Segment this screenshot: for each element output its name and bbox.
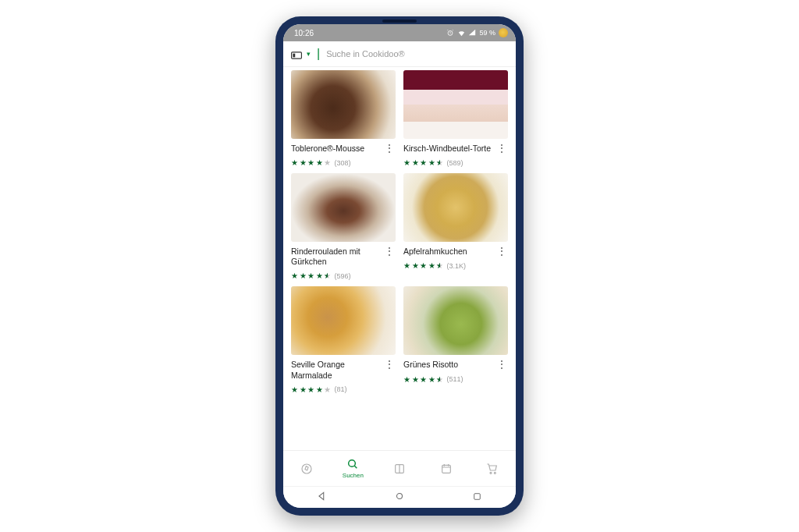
recipe-title: Rinderrouladen mit Gürkchen xyxy=(291,246,380,267)
bottom-nav: Suchen xyxy=(283,450,516,486)
phone-screen: 10:26 59 % ▾ | xyxy=(283,24,516,508)
recipe-title: Apfelrahmkuchen xyxy=(403,246,467,257)
recipe-card[interactable]: Toblerone®-Mousse ⋮ ★★★★★ (308) xyxy=(291,70,396,167)
nav-search[interactable]: Suchen xyxy=(330,451,377,486)
wifi-icon xyxy=(457,29,465,37)
recipe-card[interactable]: Seville Orange Marmalade ⋮ ★★★★★ (81) xyxy=(291,286,396,393)
rating-count: (81) xyxy=(335,385,347,393)
svg-point-4 xyxy=(349,460,356,467)
android-soft-keys xyxy=(283,486,516,508)
search-header: ▾ | xyxy=(283,41,516,67)
recipe-card[interactable]: Grünes Risotto ⋮ ★★★★★ (511) xyxy=(403,286,508,393)
more-icon[interactable]: ⋮ xyxy=(383,144,396,153)
compass-icon xyxy=(300,463,313,475)
recipe-image[interactable] xyxy=(403,286,508,355)
rating-stars: ★★★★★ xyxy=(291,158,332,167)
recipe-card[interactable]: Apfelrahmkuchen ⋮ ★★★★★ (3.1K) xyxy=(403,173,508,280)
more-icon[interactable]: ⋮ xyxy=(383,360,396,369)
chevron-down-icon[interactable]: ▾ xyxy=(307,50,311,58)
recipe-image[interactable] xyxy=(403,173,508,242)
nav-book[interactable] xyxy=(376,451,423,486)
recipe-title: Kirsch-Windbeutel-Torte xyxy=(403,144,491,154)
rating-stars: ★★★★★ xyxy=(291,271,332,280)
rating-stars: ★★★★★ xyxy=(403,261,444,270)
recipe-image[interactable] xyxy=(291,286,396,355)
cart-icon xyxy=(486,463,499,475)
search-input[interactable] xyxy=(325,46,508,62)
svg-rect-6 xyxy=(442,465,450,473)
recipe-card[interactable]: Rinderrouladen mit Gürkchen ⋮ ★★★★★ (596… xyxy=(291,173,396,280)
more-icon[interactable]: ⋮ xyxy=(495,246,508,256)
signal-icon xyxy=(468,29,476,37)
recipe-title: Toblerone®-Mousse xyxy=(291,144,364,154)
svg-rect-2 xyxy=(293,54,295,58)
home-key[interactable] xyxy=(394,491,405,505)
rating-stars: ★★★★★ xyxy=(403,158,444,167)
phone-frame: 10:26 59 % ▾ | xyxy=(275,16,524,516)
rating-count: (596) xyxy=(335,272,351,280)
rating-stars: ★★★★★ xyxy=(403,375,444,384)
rating-count: (511) xyxy=(447,375,463,383)
more-icon[interactable]: ⋮ xyxy=(495,360,508,369)
svg-rect-10 xyxy=(474,493,481,499)
nav-calendar[interactable] xyxy=(423,451,470,486)
nav-compass[interactable] xyxy=(283,451,330,486)
search-icon xyxy=(346,458,359,470)
svg-point-7 xyxy=(490,472,492,473)
svg-point-9 xyxy=(397,493,403,498)
book-icon xyxy=(393,463,406,475)
recipe-title: Seville Orange Marmalade xyxy=(291,360,380,380)
device-selector-icon[interactable] xyxy=(291,49,302,59)
recipe-image[interactable] xyxy=(403,70,508,139)
svg-point-8 xyxy=(495,472,496,473)
rating-count: (589) xyxy=(447,159,463,167)
status-time: 10:26 xyxy=(294,29,314,37)
back-key[interactable] xyxy=(317,491,328,505)
rating-stars: ★★★★★ xyxy=(291,385,332,394)
more-icon[interactable]: ⋮ xyxy=(383,246,396,256)
nav-cart[interactable] xyxy=(469,451,516,486)
battery-text: 59 % xyxy=(479,29,495,37)
recipe-image[interactable] xyxy=(291,173,396,242)
phone-speaker xyxy=(382,20,417,23)
svg-point-3 xyxy=(302,464,311,473)
rating-count: (3.1K) xyxy=(447,262,467,270)
recents-key[interactable] xyxy=(472,491,482,505)
recipe-title: Grünes Risotto xyxy=(403,360,458,370)
status-right: 59 % xyxy=(446,28,508,37)
calendar-icon xyxy=(440,463,453,475)
nav-label: Suchen xyxy=(343,472,364,479)
alarm-icon xyxy=(446,29,454,37)
recipe-list: Toblerone®-Mousse ⋮ ★★★★★ (308) Kirsch-W… xyxy=(283,67,516,450)
status-bar: 10:26 59 % xyxy=(283,24,516,41)
battery-icon xyxy=(499,28,508,37)
recipe-card[interactable]: Kirsch-Windbeutel-Torte ⋮ ★★★★★ (589) xyxy=(403,70,508,167)
more-icon[interactable]: ⋮ xyxy=(495,144,508,153)
recipe-image[interactable] xyxy=(291,70,396,139)
rating-count: (308) xyxy=(335,159,351,167)
search-cursor: | xyxy=(317,47,320,61)
